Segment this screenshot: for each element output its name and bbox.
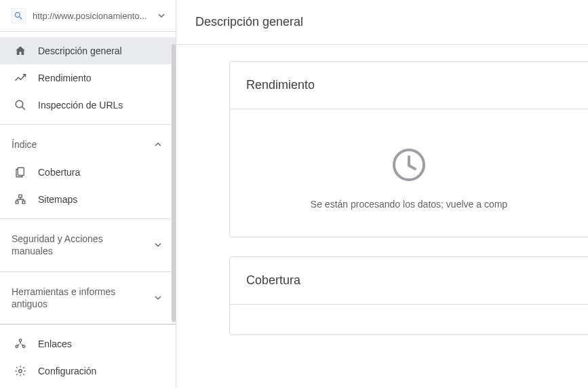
processing-message: Se están procesando los datos; vuelve a … <box>246 199 572 210</box>
nav-section-main: Descripción general Rendimiento Inspecci… <box>0 32 176 125</box>
sidebar-item-label: Enlaces <box>38 338 72 349</box>
sidebar-item-url-inspection[interactable]: Inspección de URLs <box>0 92 176 119</box>
chevron-down-icon <box>154 241 162 249</box>
svg-rect-6 <box>16 201 18 203</box>
card-rendimiento: Rendimiento Se están procesando los dato… <box>229 61 588 237</box>
sidebar-scrollbar[interactable] <box>172 44 176 322</box>
sidebar-item-label: Descripción general <box>38 45 122 56</box>
links-icon <box>14 337 27 351</box>
home-icon <box>14 44 27 58</box>
svg-point-2 <box>16 100 23 108</box>
trend-icon <box>14 71 27 85</box>
dropdown-caret-icon <box>158 12 165 19</box>
svg-rect-7 <box>22 201 25 203</box>
clock-icon <box>391 147 427 182</box>
sidebar-item-links[interactable]: Enlaces <box>0 330 176 357</box>
property-favicon <box>11 8 26 23</box>
chevron-up-icon <box>154 140 162 149</box>
card-title: Cobertura <box>230 257 588 305</box>
sidebar-item-coverage[interactable]: Cobertura <box>0 159 176 186</box>
nav-section-legacy: Herramientas e informes antiguos <box>0 272 176 324</box>
svg-point-11 <box>19 370 22 373</box>
chevron-down-icon <box>154 294 162 302</box>
svg-point-0 <box>15 12 20 17</box>
pages-icon <box>14 166 27 179</box>
svg-point-8 <box>19 339 21 341</box>
card-cobertura: Cobertura <box>229 256 588 335</box>
sidebar: http://www.posicionamiento... Descripció… <box>0 0 176 388</box>
nav-section-index: Índice Cobertura Sitemaps <box>0 125 176 219</box>
search-icon <box>14 98 27 112</box>
sidebar-item-label: Configuración <box>38 366 96 376</box>
main-body: Rendimiento Se están procesando los dato… <box>176 45 588 388</box>
page-title: Descripción general <box>195 15 569 29</box>
main-content: Descripción general Rendimiento Se están… <box>176 0 588 388</box>
card-body: Se están procesando los datos; vuelve a … <box>230 109 588 237</box>
page-header: Descripción general <box>176 0 588 45</box>
gear-icon <box>14 364 27 378</box>
svg-rect-4 <box>18 168 24 175</box>
sidebar-item-sitemaps[interactable]: Sitemaps <box>0 186 176 213</box>
nav-section-header-legacy[interactable]: Herramientas e informes antiguos <box>0 277 176 318</box>
sidebar-item-overview[interactable]: Descripción general <box>0 37 176 64</box>
svg-line-1 <box>20 17 22 20</box>
card-title: Rendimiento <box>230 62 588 109</box>
sidebar-item-performance[interactable]: Rendimiento <box>0 64 176 92</box>
sidebar-item-label: Sitemaps <box>38 194 77 205</box>
nav-section-security: Seguridad y Acciones manuales <box>0 219 176 271</box>
nav-section-header-security[interactable]: Seguridad y Acciones manuales <box>0 225 176 265</box>
nav-section-footer: Enlaces Configuración <box>0 324 176 388</box>
property-url: http://www.posicionamiento... <box>33 11 151 21</box>
sidebar-item-label: Rendimiento <box>38 73 92 83</box>
sidebar-item-label: Inspección de URLs <box>38 100 123 111</box>
svg-rect-5 <box>19 195 22 197</box>
nav-section-header-index[interactable]: Índice <box>0 130 176 159</box>
svg-line-3 <box>22 107 25 110</box>
sidebar-item-label: Cobertura <box>38 167 80 178</box>
sidebar-item-settings[interactable]: Configuración <box>0 357 176 385</box>
sitemap-icon <box>14 193 27 206</box>
property-selector[interactable]: http://www.posicionamiento... <box>0 0 176 32</box>
card-body <box>230 305 588 334</box>
